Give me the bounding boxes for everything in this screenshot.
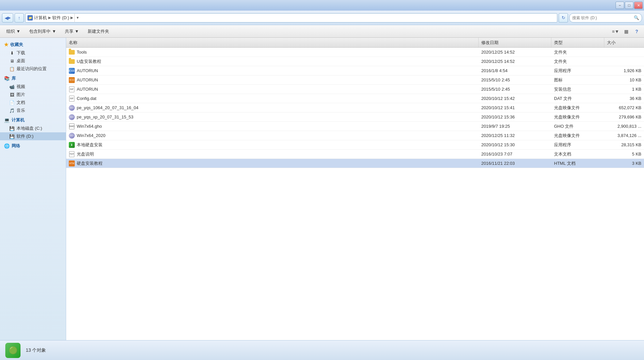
breadcrumb[interactable]: 📁 计算机 ▶ 软件 (D:) ▶ ▼	[25, 13, 557, 22]
file-icon-container	[69, 49, 75, 55]
picture-label: 图片	[17, 92, 25, 98]
disc-icon: ISO	[69, 114, 75, 120]
file-icon-container: ISO	[69, 114, 75, 120]
sidebar-header-favorites[interactable]: ★ 收藏夹	[0, 40, 66, 49]
view-toggle-button[interactable]: ≡▼	[611, 27, 620, 36]
software-d-icon: 💾	[9, 134, 15, 139]
music-icon: 🎵	[9, 108, 15, 113]
file-name-text: Win7x64.gho	[77, 124, 102, 129]
refresh-button[interactable]: ↻	[559, 13, 568, 22]
local-c-icon: 💾	[9, 126, 15, 131]
library-label: 库	[12, 75, 16, 81]
sidebar-item-music[interactable]: 🎵 音乐	[0, 107, 66, 114]
file-name: ISO Win7x64_2020	[66, 131, 479, 140]
titlebar-buttons: − □ ✕	[616, 2, 643, 9]
sidebar-item-local-c[interactable]: 💾 本地磁盘 (C:)	[0, 124, 66, 132]
file-modified: 2020/10/12 15:36	[479, 112, 551, 121]
col-size[interactable]: 大小	[604, 38, 644, 47]
minimize-button[interactable]: −	[616, 2, 624, 9]
file-icon-container: GHO	[69, 123, 75, 129]
file-modified: 2015/5/10 2:45	[479, 75, 551, 84]
doc-icon: INF	[69, 86, 74, 92]
forward-icon: ▶	[8, 16, 11, 20]
file-size: 36 KB	[604, 94, 644, 103]
search-bar: 🔍	[569, 13, 642, 22]
breadcrumb-computer[interactable]: 计算机	[34, 15, 47, 21]
search-input[interactable]	[572, 16, 632, 20]
sidebar-header-library[interactable]: 📚 库	[0, 74, 66, 83]
sidebar-item-video[interactable]: 📹 视频	[0, 83, 66, 91]
file-icon-container: HTM	[69, 160, 75, 166]
file-type: HTML 文档	[551, 159, 604, 168]
library-button[interactable]: 包含到库中 ▼	[25, 27, 60, 36]
col-type[interactable]: 类型	[551, 38, 604, 47]
table-row[interactable]: GHO Win7x64.gho 2019/9/7 19:25 GHO 文件 2,…	[66, 122, 644, 131]
local-install-icon: ⬇	[69, 142, 75, 148]
file-modified: 2020/12/25 14:52	[479, 48, 551, 57]
file-type: 图标	[551, 75, 604, 84]
file-size: 279,696 KB	[604, 112, 644, 121]
table-row[interactable]: Tools 2020/12/25 14:52 文件夹	[66, 48, 644, 57]
table-row[interactable]: EXE AUTORUN 2016/1/8 4:54 应用程序 1,926 KB	[66, 66, 644, 75]
organize-button[interactable]: 组织 ▼	[3, 27, 24, 36]
details-button[interactable]: ▦	[622, 27, 631, 36]
file-name: EXE AUTORUN	[66, 66, 479, 75]
network-icon: 🌐	[4, 143, 10, 149]
table-row[interactable]: ISO Win7x64_2020 2020/12/25 11:32 光盘映像文件…	[66, 131, 644, 140]
sidebar-item-document[interactable]: 📄 文档	[0, 99, 66, 107]
sidebar-header-network[interactable]: 🌐 网络	[0, 142, 66, 150]
sidebar-item-software-d[interactable]: 💾 软件 (D:)	[0, 132, 66, 140]
new-folder-button[interactable]: 新建文件夹	[84, 27, 113, 36]
table-row[interactable]: ⬇ 本地硬盘安装 2020/10/12 15:30 应用程序 28,315 KB	[66, 140, 644, 150]
favorites-label: 收藏夹	[10, 42, 23, 48]
table-row[interactable]: HTM 硬盘安装教程 2016/11/21 22:03 HTML 文档 3 KB	[66, 159, 644, 168]
file-name: U盘安装教程	[66, 57, 479, 66]
sidebar-item-picture[interactable]: 🖼 图片	[0, 91, 66, 99]
toolbar-right: ≡▼ ▦ ?	[611, 27, 641, 36]
local-c-label: 本地磁盘 (C:)	[17, 125, 42, 131]
table-row[interactable]: INF AUTORUN 2015/5/10 2:45 安装信息 1 KB	[66, 85, 644, 94]
toolbar: 组织 ▼ 包含到库中 ▼ 共享 ▼ 新建文件夹 ≡▼ ▦ ?	[0, 25, 644, 38]
table-row[interactable]: TXT 光盘说明 2016/10/23 7:07 文本文档 5 KB	[66, 150, 644, 159]
file-type: 应用程序	[551, 140, 604, 149]
breadcrumb-drive[interactable]: 软件 (D:)	[52, 15, 69, 21]
library-arrow: ▼	[52, 29, 56, 34]
sidebar-item-downloads[interactable]: ⬇ 下载	[0, 49, 66, 57]
sidebar-item-desktop[interactable]: 🖥 桌面	[0, 57, 66, 65]
table-row[interactable]: ICO AUTORUN 2015/5/10 2:45 图标 10 KB	[66, 75, 644, 85]
up-icon: ↑	[18, 15, 21, 21]
help-button[interactable]: ?	[632, 27, 641, 36]
file-icon-container: ISO	[69, 133, 75, 139]
table-row[interactable]: ISO pe_yqs_1064_20_07_31_16_04 2020/10/1…	[66, 103, 644, 112]
col-modified[interactable]: 修改日期	[479, 38, 551, 47]
music-label: 音乐	[17, 108, 25, 113]
file-type: 光盘映像文件	[551, 112, 604, 121]
share-button[interactable]: 共享 ▼	[61, 27, 83, 36]
file-type: 安装信息	[551, 85, 604, 94]
file-size: 1 KB	[604, 85, 644, 94]
breadcrumb-dropdown[interactable]: ▼	[74, 13, 80, 22]
table-row[interactable]: INF Config.dat 2020/10/12 15:42 DAT 文件 3…	[66, 94, 644, 103]
status-icon: 🟢	[5, 343, 21, 358]
up-button[interactable]: ↑	[15, 13, 24, 22]
sidebar-header-computer[interactable]: 💻 计算机	[0, 116, 66, 124]
file-size: 28,315 KB	[604, 140, 644, 149]
downloads-icon: ⬇	[9, 50, 15, 56]
img-icon: ICO	[69, 77, 75, 83]
close-button[interactable]: ✕	[634, 2, 643, 9]
file-name: ISO pe_yqs_xp_20_07_31_15_53	[66, 112, 479, 121]
file-name: Tools	[66, 48, 479, 57]
col-name[interactable]: 名称	[66, 38, 479, 47]
file-name: GHO Win7x64.gho	[66, 122, 479, 131]
back-button[interactable]: ◀ ▶	[2, 13, 13, 22]
sidebar-item-recent[interactable]: 📋 最近访问的位置	[0, 65, 66, 73]
maximize-button[interactable]: □	[625, 2, 633, 9]
share-arrow: ▼	[75, 29, 79, 34]
file-size: 5 KB	[604, 150, 644, 158]
file-name-text: U盘安装教程	[77, 59, 101, 65]
recent-icon: 📋	[9, 66, 15, 71]
table-row[interactable]: ISO pe_yqs_xp_20_07_31_15_53 2020/10/12 …	[66, 112, 644, 122]
table-row[interactable]: U盘安装教程 2020/12/25 14:52 文件夹	[66, 57, 644, 66]
file-icon-container: ISO	[69, 105, 75, 111]
breadcrumb-sep2: ▶	[70, 16, 73, 20]
